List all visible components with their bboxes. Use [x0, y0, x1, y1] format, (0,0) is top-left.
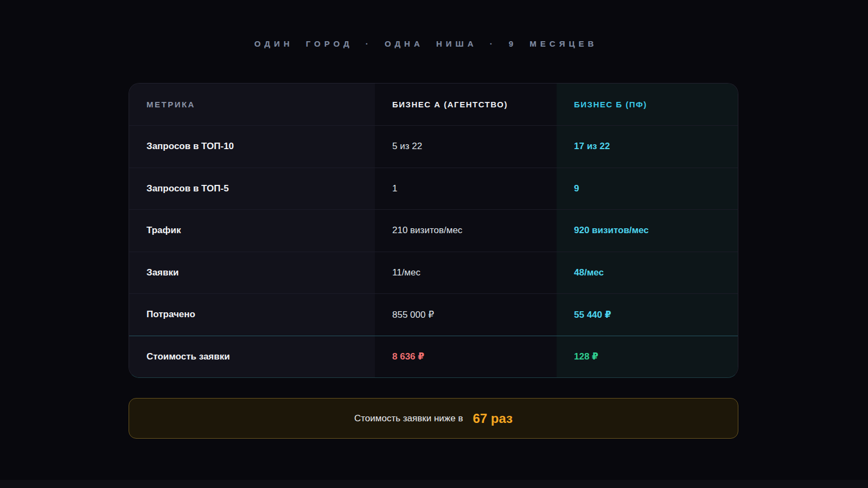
metric-label: Запросов в ТОП-5 — [129, 168, 375, 210]
value-business-a: 11/мес — [375, 252, 557, 294]
column-header-metric: МЕТРИКА — [129, 84, 375, 125]
page-tagline: ОДИН ГОРОД · ОДНА НИША · 9 МЕСЯЦЕВ — [0, 39, 852, 48]
table-row: Потрачено855 000 ₽55 440 ₽ — [129, 293, 738, 336]
table-row: Стоимость заявки8 636 ₽128 ₽ — [129, 336, 738, 378]
value-business-a: 210 визитов/мес — [375, 210, 557, 252]
column-header-business-b: БИЗНЕС Б (ПФ) — [557, 84, 738, 125]
table-header-row: МЕТРИКА БИЗНЕС А (АГЕНТСТВО) БИЗНЕС Б (П… — [129, 84, 738, 125]
value-business-a: 1 — [375, 168, 557, 210]
page: ОДИН ГОРОД · ОДНА НИША · 9 МЕСЯЦЕВ МЕТРИ… — [0, 0, 868, 488]
value-business-b: 9 — [557, 168, 738, 210]
metric-label: Заявки — [129, 252, 375, 294]
metric-label: Потрачено — [129, 294, 375, 336]
table-body: Запросов в ТОП-105 из 2217 из 22Запросов… — [129, 125, 738, 377]
value-business-b: 55 440 ₽ — [557, 294, 738, 336]
table-row: Запросов в ТОП-105 из 2217 из 22 — [129, 125, 738, 168]
metric-label: Запросов в ТОП-10 — [129, 126, 375, 168]
metric-label: Трафик — [129, 210, 375, 252]
metric-label: Стоимость заявки — [129, 336, 375, 378]
comparison-table: МЕТРИКА БИЗНЕС А (АГЕНТСТВО) БИЗНЕС Б (П… — [129, 83, 738, 378]
next-section-edge — [0, 480, 868, 488]
value-business-b: 920 визитов/мес — [557, 210, 738, 252]
value-business-b: 128 ₽ — [557, 336, 738, 378]
value-business-a: 5 из 22 — [375, 126, 557, 168]
value-business-b: 17 из 22 — [557, 126, 738, 168]
result-banner: Стоимость заявки ниже в 67 раз — [129, 398, 738, 439]
value-business-a: 8 636 ₽ — [375, 336, 557, 378]
table-row: Трафик210 визитов/мес920 визитов/мес — [129, 209, 738, 252]
value-business-b: 48/мес — [557, 252, 738, 294]
table-row: Заявки11/мес48/мес — [129, 252, 738, 294]
banner-text: Стоимость заявки ниже в — [354, 413, 463, 424]
table-row: Запросов в ТОП-519 — [129, 168, 738, 210]
value-business-a: 855 000 ₽ — [375, 294, 557, 336]
column-header-business-a: БИЗНЕС А (АГЕНТСТВО) — [375, 84, 557, 125]
banner-value: 67 раз — [473, 411, 513, 426]
